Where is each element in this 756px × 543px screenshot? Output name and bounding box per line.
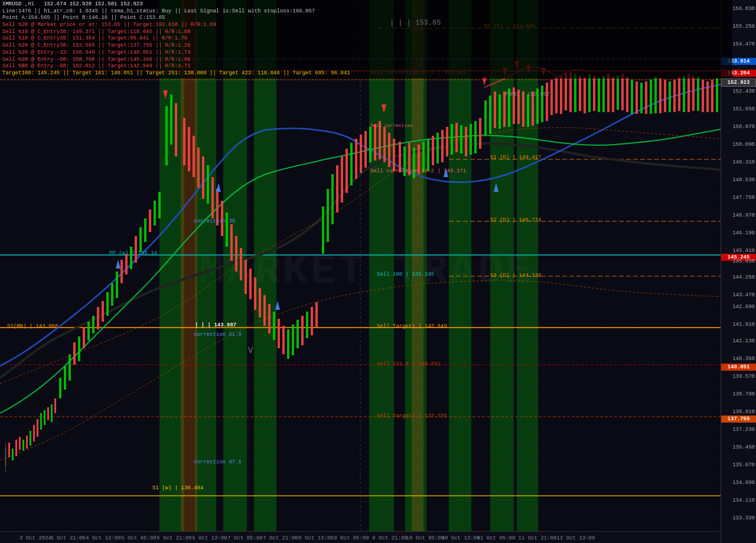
svg-rect-166 [702, 80, 704, 112]
svg-rect-155 [650, 80, 652, 114]
svg-rect-152 [636, 81, 638, 114]
svg-rect-78 [282, 326, 285, 354]
price-154470: 154.470 [732, 41, 755, 47]
svg-rect-19 [12, 449, 14, 460]
price-142690: 142.690 [732, 304, 755, 310]
svg-rect-106 [418, 145, 420, 174]
svg-rect-143 [593, 76, 595, 111]
svg-rect-147 [612, 77, 614, 112]
svg-rect-27 [40, 413, 42, 430]
price-146190: 146.190 [732, 230, 755, 236]
svg-rect-153 [640, 83, 643, 113]
svg-rect-59 [193, 136, 195, 177]
svg-rect-109 [432, 136, 434, 165]
svg-rect-159 [669, 81, 671, 112]
svg-rect-163 [687, 74, 690, 112]
svg-rect-91 [346, 149, 348, 193]
time-oct6-13: 6 Oct 13:00 [192, 535, 227, 541]
svg-rect-50 [144, 218, 146, 242]
svg-rect-157 [659, 78, 662, 113]
svg-rect-57 [183, 118, 185, 165]
svg-rect-49 [139, 227, 142, 252]
svg-rect-71 [249, 269, 252, 299]
svg-rect-141 [584, 77, 586, 113]
svg-rect-46 [125, 254, 128, 274]
svg-rect-145 [602, 76, 605, 112]
svg-text:V: V [248, 346, 253, 355]
svg-rect-44 [116, 272, 118, 298]
svg-rect-26 [37, 419, 38, 437]
svg-rect-56 [175, 103, 177, 156]
svg-rect-131 [536, 89, 539, 124]
svg-rect-164 [692, 76, 695, 111]
svg-rect-24 [30, 431, 31, 446]
price-136450: 136.450 [732, 444, 755, 450]
svg-rect-45 [120, 260, 123, 283]
price-150870: 150.870 [732, 124, 755, 130]
svg-rect-154 [645, 81, 647, 114]
svg-rect-97 [374, 124, 376, 161]
price-137230: 137.230 [732, 427, 755, 433]
svg-rect-150 [626, 77, 628, 112]
time-oct9-21: 9 Oct 21:00 [372, 535, 407, 541]
svg-rect-127 [517, 90, 520, 124]
price-149310: 149.310 [732, 159, 755, 165]
svg-rect-144 [598, 78, 600, 112]
svg-rect-61 [202, 156, 204, 199]
time-oct9-05: 9 Oct 05:00 [334, 535, 369, 541]
svg-rect-119 [479, 118, 481, 149]
svg-rect-62 [207, 165, 209, 204]
price-148530: 148.530 [732, 177, 755, 183]
info-symbol-line: XMRUSD ,H1 152.674 152.928 152.501 152.9… [2, 1, 730, 8]
svg-rect-129 [527, 94, 529, 127]
svg-rect-160 [673, 80, 676, 112]
svg-rect-165 [697, 77, 699, 111]
svg-rect-36 [78, 336, 80, 361]
svg-rect-126 [513, 87, 515, 124]
price-141910: 141.910 [732, 322, 755, 328]
svg-rect-48 [135, 236, 137, 263]
svg-rect-33 [64, 366, 66, 390]
info-line-6: Sell %10 @ C_Entry38: 151.354 || Target:… [2, 35, 730, 42]
svg-rect-39 [92, 316, 94, 333]
svg-rect-111 [441, 130, 444, 162]
svg-rect-133 [546, 83, 548, 121]
sell161-price-box: 140.051 [721, 364, 756, 371]
svg-rect-64 [216, 189, 219, 225]
svg-rect-34 [69, 354, 71, 381]
svg-rect-53 [158, 192, 161, 218]
info-line-5: Sell %10 @ C_Entry38: 149.371 || Target:… [2, 29, 730, 36]
price-134890: 134.890 [732, 480, 755, 486]
info-line-10: Sell %88 @ Entry -88: 162.012 || Target:… [2, 63, 730, 70]
price-147750: 147.750 [732, 195, 755, 201]
svg-rect-79 [287, 329, 289, 359]
svg-rect-161 [678, 77, 680, 111]
svg-rect-130 [532, 91, 534, 126]
svg-rect-142 [588, 74, 591, 112]
svg-rect-98 [379, 121, 381, 159]
tf-label: ,H1 [25, 1, 41, 7]
svg-rect-92 [350, 143, 353, 185]
time-oct11-05: 11 Oct 05:00 [477, 535, 516, 541]
svg-rect-74 [263, 295, 266, 326]
chart-container: MARKET TRADE XMRUSD ,H1 152.674 152.928 … [0, 0, 756, 543]
svg-rect-110 [436, 133, 439, 163]
time-oct10-05: 10 Oct 05:00 [406, 535, 445, 541]
info-line-8: Sell %20 @ Entry -23: 156.549 || Target:… [2, 50, 730, 57]
svg-rect-75 [268, 304, 271, 333]
svg-rect-104 [408, 143, 410, 175]
time-oct10-13: 10 Oct 13:00 [442, 535, 480, 541]
chart-svg: V [0, 0, 732, 543]
svg-rect-30 [51, 404, 53, 422]
price-156030: 156.030 [732, 6, 755, 12]
svg-rect-121 [489, 96, 491, 134]
svg-rect-96 [369, 127, 372, 162]
time-oct3: 3 Oct 2024 [19, 535, 51, 541]
svg-rect-156 [654, 77, 657, 113]
svg-rect-29 [47, 407, 49, 420]
svg-rect-87 [327, 189, 329, 242]
svg-rect-100 [388, 133, 390, 167]
svg-rect-95 [364, 131, 367, 168]
svg-rect-70 [245, 260, 247, 294]
svg-rect-54 [165, 106, 168, 165]
